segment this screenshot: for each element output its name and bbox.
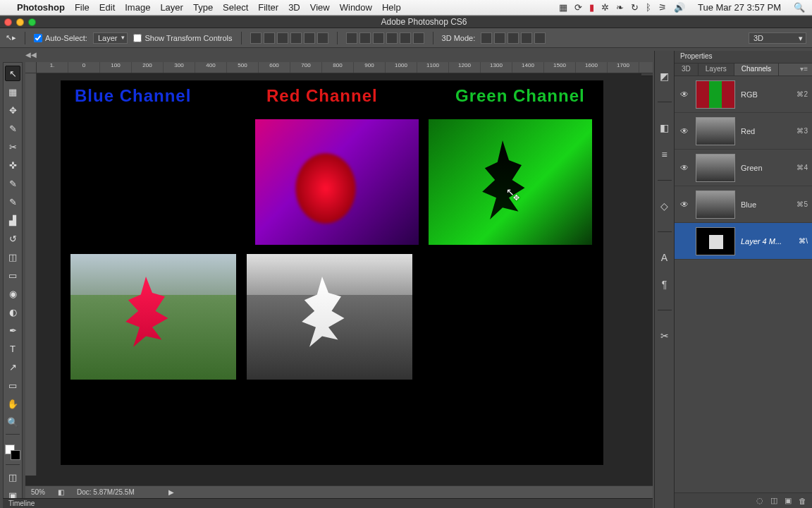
- healing-tool[interactable]: ✎: [5, 176, 20, 191]
- collapsed-panel-icon[interactable]: ◧: [658, 121, 672, 135]
- dodge-tool[interactable]: ◐: [5, 304, 20, 320]
- window-close-button[interactable]: [4, 18, 12, 26]
- visibility-toggle-icon[interactable]: 👁: [679, 163, 690, 173]
- channel-row-blue[interactable]: 👁Blue⌘5: [675, 186, 812, 223]
- auto-select-target-dropdown[interactable]: Layer: [93, 32, 128, 44]
- window-zoom-button[interactable]: [28, 18, 36, 26]
- move-tool[interactable]: ↖: [5, 66, 20, 81]
- tab-3d[interactable]: 3D: [675, 64, 699, 75]
- volume-icon[interactable]: 🔊: [674, 2, 685, 13]
- shape-tool[interactable]: ▭: [5, 377, 20, 393]
- crop-tool[interactable]: ✂: [5, 139, 20, 155]
- menu-help[interactable]: Help: [382, 2, 401, 13]
- canvas-viewport[interactable]: Blue Channel Red Channel Green Channel ↖: [37, 73, 641, 476]
- delete-channel-icon[interactable]: 🗑: [799, 497, 806, 505]
- image-green-channel[interactable]: [429, 119, 592, 245]
- menu-filter[interactable]: Filter: [258, 2, 278, 13]
- collapsed-paragraph-icon[interactable]: ¶: [658, 277, 672, 291]
- workspace-switcher[interactable]: 3D: [749, 32, 806, 44]
- zoom-tool[interactable]: 🔍: [5, 414, 20, 430]
- load-selection-icon[interactable]: ◌: [756, 496, 763, 505]
- channel-thumbnail[interactable]: [696, 190, 735, 219]
- document-canvas[interactable]: Blue Channel Red Channel Green Channel ↖: [61, 80, 603, 465]
- channel-thumbnail[interactable]: [696, 154, 735, 182]
- distribute-vcenter-icon[interactable]: [359, 32, 371, 44]
- vertical-ruler[interactable]: [25, 73, 37, 476]
- image-red-channel[interactable]: [255, 119, 419, 245]
- new-channel-icon[interactable]: ▣: [785, 496, 792, 505]
- 3d-roll-icon[interactable]: [494, 32, 505, 44]
- sync-icon[interactable]: ↻: [631, 2, 639, 13]
- collapsed-panel-icon[interactable]: ✂: [658, 329, 672, 343]
- 3d-slide-icon[interactable]: [521, 32, 532, 44]
- menu-image[interactable]: Image: [125, 2, 150, 13]
- align-vcenter-icon[interactable]: [264, 32, 275, 44]
- collapsed-panel-icon[interactable]: ◩: [658, 69, 672, 83]
- doc-size[interactable]: Doc: 5.87M/25.5M: [77, 488, 135, 496]
- distribute-left-icon[interactable]: [386, 32, 398, 44]
- menu-3d[interactable]: 3D: [288, 2, 300, 13]
- image-full-color[interactable]: [70, 254, 236, 380]
- visibility-toggle-icon[interactable]: 👁: [679, 126, 690, 136]
- 3d-scale-icon[interactable]: [534, 32, 546, 44]
- channel-row-layer-4-m-[interactable]: Layer 4 M...⌘\: [675, 223, 812, 260]
- menu-layer[interactable]: Layer: [160, 2, 183, 13]
- align-left-icon[interactable]: [290, 32, 302, 44]
- align-right-icon[interactable]: [317, 32, 328, 44]
- ruler-origin[interactable]: [25, 62, 37, 73]
- channel-row-red[interactable]: 👁Red⌘3: [675, 113, 812, 150]
- horizontal-ruler[interactable]: 1.01002003004005006007008009001000110012…: [37, 62, 653, 73]
- menubar-clock[interactable]: Tue Mar 27 3:57 PM: [698, 2, 781, 13]
- menu-window[interactable]: Window: [340, 2, 372, 13]
- window-minimize-button[interactable]: [16, 18, 24, 26]
- properties-panel-tab[interactable]: Properties: [675, 51, 812, 64]
- status-disclosure-icon[interactable]: ▶: [168, 488, 174, 496]
- tab-scroll-left-icon[interactable]: ◀◀: [25, 51, 37, 59]
- evernote-icon[interactable]: ❧: [616, 2, 624, 13]
- color-swatches[interactable]: [5, 445, 20, 460]
- save-selection-icon[interactable]: ◫: [770, 496, 777, 505]
- collapsed-character-icon[interactable]: A: [658, 250, 672, 265]
- visibility-toggle-icon[interactable]: 👁: [679, 90, 690, 99]
- quick-select-tool[interactable]: ✎: [5, 121, 20, 136]
- battery-icon[interactable]: ▮: [589, 2, 594, 13]
- image-grayscale[interactable]: [247, 254, 412, 380]
- brush-tool[interactable]: ✎: [5, 194, 20, 210]
- visibility-toggle-icon[interactable]: 👁: [679, 200, 690, 210]
- distribute-top-icon[interactable]: [346, 32, 357, 44]
- spaces-icon[interactable]: ▦: [559, 2, 567, 13]
- channel-thumbnail[interactable]: [696, 80, 735, 109]
- stamp-tool[interactable]: ▟: [5, 212, 20, 228]
- show-transform-checkbox[interactable]: Show Transform Controls: [133, 34, 232, 42]
- distribute-right-icon[interactable]: [413, 32, 424, 44]
- blur-tool[interactable]: ◉: [5, 286, 20, 301]
- spotlight-icon[interactable]: 🔍: [794, 2, 805, 13]
- app-name[interactable]: Photoshop: [17, 2, 65, 13]
- gradient-tool[interactable]: ▭: [5, 267, 20, 283]
- marquee-tool[interactable]: ▦: [5, 84, 20, 99]
- menu-extra-icon[interactable]: ✲: [601, 2, 609, 13]
- channel-row-rgb[interactable]: 👁RGB⌘2: [675, 76, 812, 113]
- type-tool[interactable]: T: [5, 341, 20, 356]
- menu-edit[interactable]: Edit: [99, 2, 115, 13]
- hand-tool[interactable]: ✋: [5, 396, 20, 411]
- history-brush-tool[interactable]: ↺: [5, 231, 20, 246]
- align-hcenter-icon[interactable]: [304, 32, 315, 44]
- channel-thumbnail[interactable]: [696, 227, 735, 255]
- tab-channels[interactable]: Channels: [734, 64, 779, 75]
- background-color[interactable]: [11, 450, 20, 460]
- status-preview-icon[interactable]: ◧: [58, 488, 64, 496]
- eraser-tool[interactable]: ◫: [5, 249, 20, 265]
- zoom-level[interactable]: 50%: [31, 488, 45, 496]
- collapsed-panel-icon[interactable]: ◇: [658, 199, 672, 213]
- auto-select-checkbox[interactable]: Auto-Select:: [34, 34, 87, 42]
- dropbox-icon[interactable]: ⟳: [574, 2, 582, 13]
- menu-select[interactable]: Select: [223, 2, 248, 13]
- menu-file[interactable]: File: [75, 2, 90, 13]
- wifi-icon[interactable]: ⚞: [658, 2, 667, 13]
- pen-tool[interactable]: ✒: [5, 322, 20, 338]
- distribute-bottom-icon[interactable]: [373, 32, 384, 44]
- 3d-pan-icon[interactable]: [508, 32, 519, 44]
- path-select-tool[interactable]: ↗: [5, 359, 20, 375]
- panel-menu-icon[interactable]: ▾≡: [796, 64, 812, 75]
